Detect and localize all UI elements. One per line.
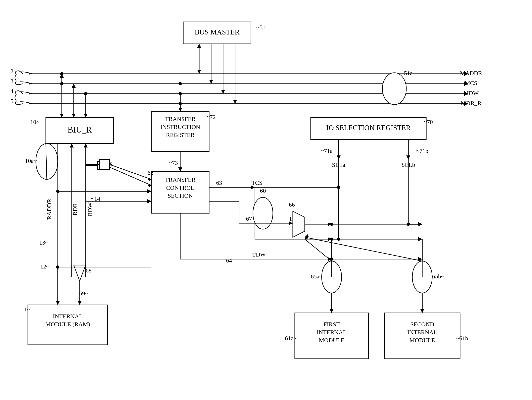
svg-marker-70 xyxy=(289,221,293,225)
ref-72: ~72 xyxy=(207,114,216,120)
svg-marker-45 xyxy=(84,143,88,148)
first-line2: INTERNAL xyxy=(317,329,347,335)
ref-10a: 10a~ xyxy=(25,157,37,164)
mux-66 xyxy=(293,211,305,237)
ref-60: 60 xyxy=(260,187,266,194)
ref-51: ~51 xyxy=(256,24,266,31)
svg-point-113 xyxy=(84,92,87,95)
ref-11: 11~ xyxy=(21,306,30,312)
maddr-label: MADDR xyxy=(460,70,482,76)
svg-marker-16 xyxy=(209,80,213,84)
svg-marker-106 xyxy=(147,199,151,203)
first-internal-box xyxy=(295,313,368,359)
svg-marker-22 xyxy=(60,114,64,118)
svg-marker-30 xyxy=(84,114,88,118)
svg-marker-27 xyxy=(72,114,76,118)
ref-61a: 61a~ xyxy=(285,335,297,342)
ref-68: 68 xyxy=(86,267,92,274)
oval-60 xyxy=(253,197,273,229)
svg-point-114 xyxy=(179,82,182,85)
tir-line1: TRANSFER xyxy=(165,116,195,122)
ref-73: ~73 xyxy=(169,159,178,166)
ref-71a: ~71a xyxy=(321,148,333,154)
tir-line3: REGISTER xyxy=(166,132,194,138)
ref-10: 10~ xyxy=(30,119,39,125)
mdr-r-label: MDR_R xyxy=(461,100,481,106)
biu-r-label: BIU_R xyxy=(68,125,92,134)
svg-point-24 xyxy=(60,72,63,75)
tdw-label: TDW xyxy=(252,251,266,258)
second-line1: SECOND xyxy=(410,321,434,328)
first-line1: FIRST xyxy=(323,321,340,328)
svg-marker-43 xyxy=(70,143,74,148)
ref-4: 4 xyxy=(11,88,13,94)
svg-marker-14 xyxy=(197,44,201,48)
svg-marker-62 xyxy=(418,237,422,241)
second-internal-box xyxy=(384,313,460,359)
ref-51a: 51a xyxy=(404,70,412,76)
ref-2: 2 xyxy=(11,68,13,74)
bus-master-label: BUS MASTER xyxy=(195,28,239,36)
first-line3: MODULE xyxy=(319,337,344,343)
ref-61b: ~61b xyxy=(456,335,468,342)
second-line3: MODULE xyxy=(410,337,435,343)
tcs-signal-label: TCS xyxy=(251,179,262,186)
ref-70: ~70 xyxy=(424,119,433,125)
svg-marker-85 xyxy=(305,234,309,237)
tcs-line2: CONTROL xyxy=(166,184,194,191)
raddr-label: RADDR xyxy=(46,199,52,220)
ref-13: 13~ xyxy=(39,239,48,246)
tir-line2: INSTRUCTION xyxy=(160,123,200,130)
svg-point-25 xyxy=(60,82,63,85)
svg-marker-56 xyxy=(251,185,255,189)
mdw-label: MDW xyxy=(463,90,479,96)
ref-65b: 65b~ xyxy=(432,273,444,280)
tcs-line3: SECTION xyxy=(168,192,193,199)
svg-marker-13 xyxy=(197,70,201,74)
ref-69: 69~ xyxy=(79,290,88,297)
ref-65a: 65a~ xyxy=(311,273,323,280)
ref-71b: ~71b xyxy=(416,148,428,154)
svg-marker-20 xyxy=(233,100,237,104)
ref-5: 5 xyxy=(11,98,13,104)
oval-51a xyxy=(382,73,406,105)
ref-14: ~14 xyxy=(91,195,100,202)
svg-marker-28 xyxy=(72,84,76,88)
iosr-label: IO SELECTION REGISTER xyxy=(326,124,411,132)
svg-marker-35 xyxy=(178,168,182,171)
mcs-label: MCS xyxy=(465,80,477,86)
svg-marker-18 xyxy=(221,90,225,94)
svg-line-79 xyxy=(305,239,332,261)
ref-67: 67 xyxy=(246,215,252,222)
ref-64: 64 xyxy=(226,257,232,264)
svg-line-47 xyxy=(106,165,151,185)
svg-marker-103 xyxy=(147,189,151,193)
triangle-68 xyxy=(74,265,86,281)
ref-12: 12~ xyxy=(40,263,49,270)
ram-line2: MODULE (RAM) xyxy=(45,321,90,328)
svg-marker-52 xyxy=(78,301,82,305)
ref-62: 62 xyxy=(147,169,153,176)
rdr-label: RDR xyxy=(72,203,78,215)
diagram: MADDR MCS MDW MDR_R 2 3 4 5 BUS MASTER ~… xyxy=(0,0,532,400)
ref-63: 63 xyxy=(216,179,222,186)
svg-marker-78 xyxy=(330,309,334,313)
reg-15-clean xyxy=(100,159,109,169)
ram-line1: INTERNAL xyxy=(53,313,83,319)
rdw-label: RDW xyxy=(87,202,93,216)
tcs-line1: TRANSFER xyxy=(165,176,195,183)
ref-3: 3 xyxy=(11,78,13,84)
svg-line-84 xyxy=(305,237,422,261)
svg-point-104 xyxy=(56,190,59,193)
svg-line-117 xyxy=(109,164,151,179)
second-line2: INTERNAL xyxy=(407,329,437,335)
ref-66: 66 xyxy=(289,201,295,208)
svg-marker-83 xyxy=(420,309,424,313)
